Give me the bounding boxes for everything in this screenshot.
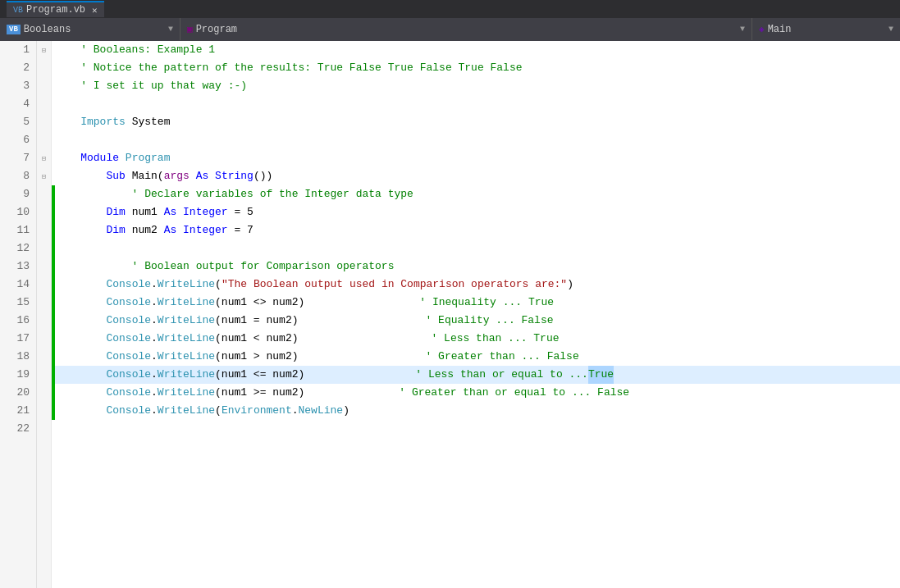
line-14-close: ) bbox=[567, 276, 573, 294]
code-line-6 bbox=[55, 131, 900, 149]
line-20-code: (num1 >= num2) bbox=[215, 384, 304, 402]
code-content[interactable]: ' Booleans: Example 1 ' Notice the patte… bbox=[55, 41, 900, 588]
line-8-string bbox=[208, 167, 215, 185]
line-num-15: 15 bbox=[7, 294, 30, 312]
line-17-console: Console bbox=[106, 330, 151, 348]
code-line-7: Module Program bbox=[55, 149, 900, 167]
line-num-20: 20 bbox=[7, 384, 30, 402]
line-8-as-kw: As bbox=[196, 167, 209, 185]
gutter-10 bbox=[37, 203, 51, 221]
line-20-comment: ' Greater than or equal to ... False bbox=[399, 384, 629, 402]
dropdown1-arrow: ▼ bbox=[168, 25, 173, 34]
file-tab[interactable]: VB Program.vb ✕ bbox=[7, 1, 104, 17]
line-2-text: ' Notice the pattern of the results: Tru… bbox=[55, 59, 523, 77]
line-10-indent bbox=[55, 203, 106, 221]
gutter-11 bbox=[37, 221, 51, 239]
line-20-dot: . bbox=[151, 384, 158, 402]
line-11-sp bbox=[176, 221, 183, 239]
close-tab-button[interactable]: ✕ bbox=[92, 5, 98, 16]
line-11-indent bbox=[55, 221, 106, 239]
line-21-close: ) bbox=[343, 402, 349, 420]
line-numbers: 1 2 3 4 5 6 7 8 9 10 11 12 13 14 15 16 1… bbox=[0, 41, 37, 588]
line-16-code: (num1 = num2) bbox=[215, 312, 298, 330]
code-line-8: Sub Main( args As String ()) bbox=[55, 167, 900, 185]
method-icon: ◈ bbox=[759, 24, 765, 34]
line-5-imports: Imports bbox=[55, 113, 126, 131]
line-11-val: = 7 bbox=[228, 221, 254, 239]
line-18-wl: WriteLine bbox=[158, 348, 215, 366]
line-15-dot: . bbox=[151, 294, 158, 312]
line-8-args: args bbox=[164, 167, 190, 185]
line-19-dot: . bbox=[151, 366, 158, 384]
gutter-2 bbox=[37, 59, 51, 77]
line-10-dim: Dim bbox=[106, 203, 125, 221]
line-15-console: Console bbox=[106, 294, 151, 312]
gutter-22 bbox=[37, 420, 51, 438]
collapse-8[interactable]: ⊟ bbox=[42, 172, 46, 181]
code-lines: ' Booleans: Example 1 ' Notice the patte… bbox=[55, 41, 900, 438]
gutter-14 bbox=[37, 276, 51, 294]
code-gutter: ⊟ ⊟ ⊟ bbox=[37, 41, 52, 588]
line-5-system: System bbox=[126, 113, 171, 131]
line-num-2: 2 bbox=[7, 59, 30, 77]
line-15-wl: WriteLine bbox=[158, 294, 215, 312]
code-line-16: Console . WriteLine (num1 = num2) ' Equa… bbox=[55, 312, 900, 330]
code-line-9: ' Declare variables of the Integer data … bbox=[55, 185, 900, 203]
line-1-text: ' Booleans: Example 1 bbox=[55, 41, 215, 59]
line-8-indent bbox=[55, 167, 106, 185]
scope-dropdown-2[interactable]: ▣ Program ▼ bbox=[180, 18, 752, 40]
collapse-7[interactable]: ⊟ bbox=[42, 154, 46, 163]
line-19-console: Console bbox=[106, 366, 151, 384]
gutter-1: ⊟ bbox=[37, 41, 51, 59]
line-10-num1: num1 bbox=[126, 203, 164, 221]
code-editor: 1 2 3 4 5 6 7 8 9 10 11 12 13 14 15 16 1… bbox=[0, 41, 900, 588]
code-line-20: Console . WriteLine (num1 >= num2) ' Gre… bbox=[55, 384, 900, 402]
scope-dropdown-3[interactable]: ◈ Main ▼ bbox=[752, 18, 900, 40]
gutter-16 bbox=[37, 312, 51, 330]
line-16-wl: WriteLine bbox=[158, 312, 215, 330]
gutter-12 bbox=[37, 239, 51, 258]
line-14-wl: WriteLine bbox=[158, 276, 215, 294]
scope-dropdown-1[interactable]: VB Booleans ▼ bbox=[0, 18, 180, 40]
line-num-5: 5 bbox=[7, 113, 30, 131]
line-8-rest: ()) bbox=[254, 167, 272, 185]
line-8-main: Main( bbox=[126, 167, 164, 185]
line-14-paren: ( bbox=[215, 276, 222, 294]
line-num-17: 17 bbox=[7, 330, 30, 348]
line-num-12: 12 bbox=[7, 239, 30, 258]
line-num-6: 6 bbox=[7, 131, 30, 149]
line-3-text: ' I set it up that way :-) bbox=[55, 77, 247, 95]
line-19-code: (num1 <= num2) bbox=[215, 366, 304, 384]
module-icon: ▣ bbox=[187, 24, 193, 34]
line-20-wl: WriteLine bbox=[158, 384, 215, 402]
collapse-1[interactable]: ⊟ bbox=[42, 46, 46, 55]
code-line-17: Console . WriteLine (num1 < num2) ' Less… bbox=[55, 330, 900, 348]
scope-1-label: Booleans bbox=[24, 24, 71, 35]
line-num-18: 18 bbox=[7, 348, 30, 366]
code-line-19: Console . WriteLine (num1 <= num2) ' Les… bbox=[55, 366, 900, 384]
line-16-console: Console bbox=[106, 312, 151, 330]
line-7-module: Module bbox=[55, 149, 119, 167]
scope-2-label: Program bbox=[196, 24, 237, 35]
code-line-2: ' Notice the pattern of the results: Tru… bbox=[55, 59, 900, 77]
line-19-wl: WriteLine bbox=[158, 366, 215, 384]
code-line-3: ' I set it up that way :-) bbox=[55, 77, 900, 95]
gutter-20 bbox=[37, 384, 51, 402]
line-15-code: (num1 <> num2) bbox=[215, 294, 304, 312]
line-18-comment: ' Greater than ... False bbox=[425, 348, 578, 366]
gutter-7: ⊟ bbox=[37, 149, 51, 167]
code-line-15: Console . WriteLine (num1 <> num2) ' Ine… bbox=[55, 294, 900, 312]
line-num-4: 4 bbox=[7, 95, 30, 113]
gutter-3 bbox=[37, 77, 51, 95]
line-17-wl: WriteLine bbox=[158, 330, 215, 348]
dropdown3-arrow: ▼ bbox=[889, 25, 893, 34]
line-18-code: (num1 > num2) bbox=[215, 348, 298, 366]
line-num-19: 19 bbox=[7, 366, 30, 384]
line-21-paren: ( bbox=[215, 402, 222, 420]
line-18-dot: . bbox=[151, 348, 158, 366]
vb-badge: VB bbox=[7, 25, 21, 34]
line-11-as: As bbox=[164, 221, 177, 239]
line-21-console: Console bbox=[106, 402, 151, 420]
code-line-11: Dim num2 As Integer = 7 bbox=[55, 221, 900, 239]
line-11-dim: Dim bbox=[106, 221, 125, 239]
